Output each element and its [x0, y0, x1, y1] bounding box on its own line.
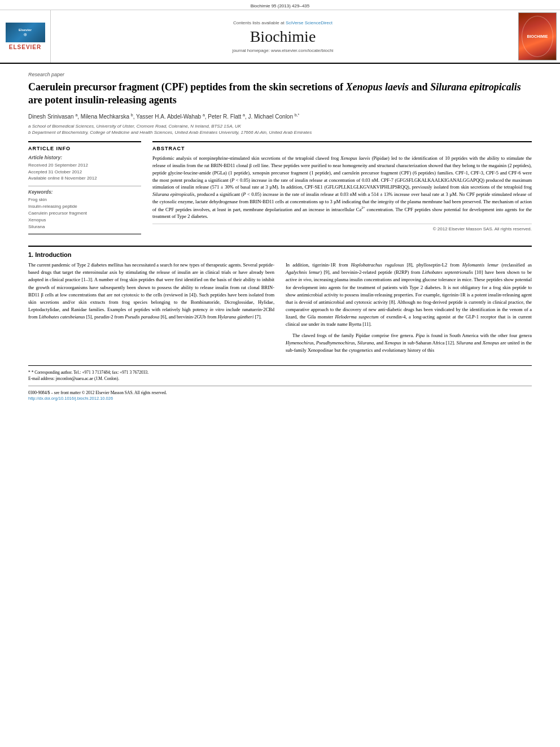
- elsevier-brand-text: ELSEVIER: [9, 44, 41, 50]
- introduction-section: 1. Introduction The current pandemic of …: [28, 246, 532, 357]
- elsevier-logo-inner: Elsevier◎: [19, 28, 32, 37]
- article-history-dates: Received 20 September 2012 Accepted 31 O…: [28, 162, 141, 181]
- title-text-3: are potent insulin-releasing agents: [28, 94, 177, 106]
- title-text-2: and: [409, 81, 430, 93]
- journal-header: Elsevier◎ ELSEVIER Contents lists availa…: [0, 10, 560, 64]
- keyword-3: Caerulein precursor fragment: [28, 210, 141, 217]
- body-col-right: In addition, tigerinin-1R from Hoplobatr…: [286, 261, 532, 357]
- authors-line: Dinesh Srinivasan a, Milena Mechkarska b…: [28, 113, 532, 120]
- copyright-line: © 2012 Elsevier Masson SAS. All rights r…: [152, 224, 532, 231]
- journal-cover-image: BIOCHIMIE: [518, 12, 557, 60]
- title-text-1: Caerulein precursor fragment (CPF) pepti…: [28, 81, 346, 93]
- elsevier-logo-area: Elsevier◎ ELSEVIER: [0, 10, 51, 63]
- intro-para-3: The clawed frogs of the family Pipidae c…: [286, 332, 532, 355]
- keyword-4: Xenopus: [28, 217, 141, 224]
- keyword-5: Silurana: [28, 224, 141, 230]
- article-title: Caerulein precursor fragment (CPF) pepti…: [28, 81, 532, 107]
- sciverse-link[interactable]: SciVerse ScienceDirect: [286, 20, 333, 25]
- doi-link[interactable]: http://dx.doi.org/10.1016/j.biochi.2012.…: [28, 396, 532, 401]
- journal-reference: Biochimie 95 (2013) 429–435: [0, 3, 560, 8]
- section-1-heading: 1. Introduction: [28, 251, 532, 258]
- journal-title-area: Contents lists available at SciVerse Sci…: [51, 10, 515, 63]
- sciverse-line: Contents lists available at SciVerse Sci…: [233, 20, 333, 25]
- keywords-section: Keywords: Frog skin Insulin-releasing pe…: [28, 186, 141, 230]
- abstract-column: ABSTRACT Peptidomic analysis of norepine…: [152, 141, 532, 239]
- title-italic-1: Xenopus laevis: [346, 81, 409, 93]
- journal-homepage: journal homepage: www.elsevier.com/locat…: [233, 48, 334, 53]
- top-banner: Biochimie 95 (2013) 429–435: [0, 0, 560, 10]
- available-date: Available online 8 November 2012: [28, 175, 141, 181]
- article-info-box: ARTICLE INFO Article history: Received 2…: [28, 141, 141, 234]
- body-two-column: The current pandemic of Type 2 diabetes …: [28, 261, 532, 357]
- article-info-column: ARTICLE INFO Article history: Received 2…: [28, 141, 141, 239]
- footnote-corresponding: * * Corresponding author. Tel.: +971 3 7…: [28, 369, 532, 375]
- article-info-abstract-area: ARTICLE INFO Article history: Received 2…: [28, 141, 532, 239]
- keyword-2: Insulin-releasing peptide: [28, 203, 141, 210]
- abstract-text: Peptidomic analysis of norepinephrine-st…: [152, 155, 532, 220]
- intro-para-2: In addition, tigerinin-1R from Hoplobatr…: [286, 261, 532, 329]
- footer-divider: [28, 386, 532, 386]
- main-content: Research paper Caerulein precursor fragm…: [0, 64, 560, 409]
- affiliations: a School of Biomedical Sciences, Univers…: [28, 123, 532, 136]
- journal-cover-area: BIOCHIMIE: [515, 10, 560, 63]
- journal-name: Biochimie: [250, 28, 316, 46]
- affiliation-a: a School of Biomedical Sciences, Univers…: [28, 123, 532, 129]
- footnote-corresponding-text: * Corresponding author. Tel.: +971 3 713…: [32, 370, 149, 375]
- abstract-title: ABSTRACT: [152, 141, 532, 151]
- intro-para-1: The current pandemic of Type 2 diabetes …: [28, 261, 274, 321]
- page: Biochimie 95 (2013) 429–435 Elsevier◎ EL…: [0, 0, 560, 747]
- article-history-label: Article history:: [28, 155, 141, 160]
- body-col-left: The current pandemic of Type 2 diabetes …: [28, 261, 274, 357]
- cover-label: BIOCHIMIE: [527, 34, 548, 38]
- article-type: Research paper: [28, 72, 532, 77]
- page-footer: * * Corresponding author. Tel.: +971 3 7…: [28, 365, 532, 401]
- article-info-title: ARTICLE INFO: [28, 146, 141, 151]
- keywords-label: Keywords:: [28, 189, 141, 195]
- keyword-1: Frog skin: [28, 196, 141, 203]
- issn-line: 0300-9084/$ – see front matter © 2012 El…: [28, 390, 532, 396]
- accepted-date: Accepted 31 October 2012: [28, 169, 141, 175]
- elsevier-logo-image: Elsevier◎: [6, 23, 45, 42]
- title-italic-2: Silurana epitropicalis: [430, 81, 521, 93]
- footnote-email: E-mail address: jmconlon@uaeu.ac.ae (J.M…: [28, 375, 532, 382]
- received-date: Received 20 September 2012: [28, 162, 141, 168]
- affiliation-b: b Department of Biochemistry, College of…: [28, 129, 532, 136]
